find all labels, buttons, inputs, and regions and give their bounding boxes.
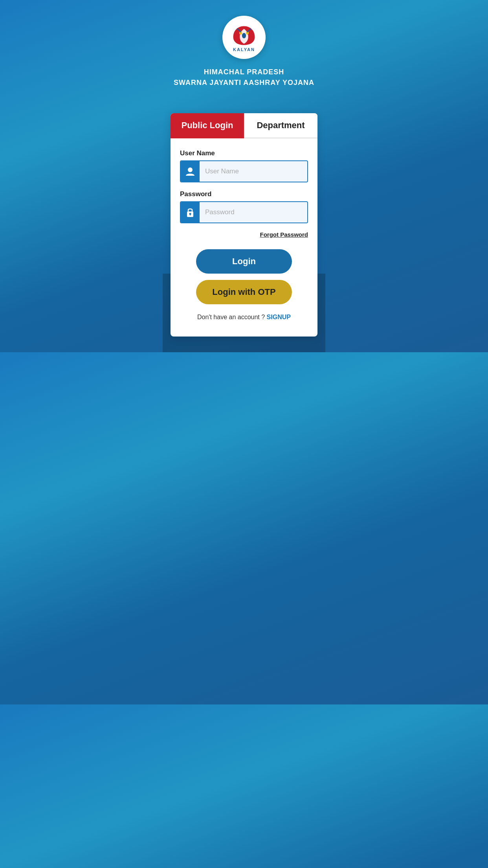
username-label: User Name	[180, 149, 308, 157]
login-button[interactable]: Login	[196, 249, 292, 274]
app-subtitle: HIMACHAL PRADESH SWARNA JAYANTI AASHRAY …	[174, 67, 314, 88]
form-area: User Name Password	[171, 138, 317, 337]
password-input[interactable]	[200, 202, 307, 223]
username-input[interactable]	[200, 161, 307, 182]
svg-rect-6	[190, 214, 191, 215]
forgot-password-container: Forgot Password	[180, 231, 308, 238]
logo-circle: KALYAN	[222, 16, 266, 59]
login-card: Public Login Department User Name Passwo…	[171, 113, 317, 337]
brand-name: KALYAN	[233, 47, 255, 52]
svg-point-0	[242, 33, 246, 39]
kalyan-logo-svg	[230, 23, 258, 46]
signup-link[interactable]: SIGNUP	[267, 314, 291, 320]
logo-container: KALYAN HIMACHAL PRADESH SWARNA JAYANTI A…	[174, 16, 314, 88]
svg-point-3	[188, 167, 193, 172]
lock-icon	[181, 202, 200, 223]
forgot-password-link[interactable]: Forgot Password	[260, 231, 308, 238]
tab-department[interactable]: Department	[244, 113, 317, 138]
subtitle-line2: SWARNA JAYANTI AASHRAY YOJANA	[174, 79, 314, 86]
signup-row: Don't have an account ? SIGNUP	[180, 314, 308, 324]
username-input-wrapper	[180, 160, 308, 182]
password-label: Password	[180, 190, 308, 198]
signup-prompt: Don't have an account ?	[197, 314, 265, 320]
tab-bar: Public Login Department	[171, 113, 317, 138]
tab-public-login[interactable]: Public Login	[171, 113, 244, 138]
login-otp-button[interactable]: Login with OTP	[196, 280, 292, 304]
user-icon	[181, 161, 200, 182]
subtitle-line1: HIMACHAL PRADESH	[204, 68, 284, 76]
password-input-wrapper	[180, 201, 308, 223]
